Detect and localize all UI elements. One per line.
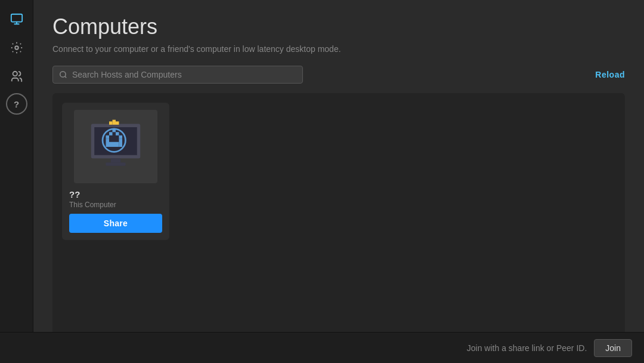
sidebar: ? [0,0,33,363]
computers-icon [10,13,23,26]
users-icon [10,70,23,83]
svg-point-4 [60,72,66,77]
svg-point-1 [15,46,18,50]
sidebar-item-computers[interactable] [5,7,29,31]
share-button[interactable]: Share [69,214,162,233]
page-subtitle: Connect to your computer or a friend's c… [52,44,625,54]
gear-icon [10,41,23,54]
help-icon: ? [14,99,19,109]
computers-grid: ?? This Computer Share [52,93,625,349]
svg-rect-15 [109,141,119,146]
svg-rect-12 [119,135,123,139]
svg-rect-8 [106,135,110,139]
page-title: Computers [52,14,625,39]
svg-rect-0 [11,14,21,22]
svg-line-5 [65,76,67,78]
join-button[interactable]: Join [594,339,632,357]
svg-rect-13 [106,139,110,147]
computer-thumbnail [74,110,157,183]
computer-name: ?? [69,189,162,199]
search-input[interactable] [72,70,296,79]
computer-card[interactable]: ?? This Computer Share [62,103,169,240]
svg-rect-20 [111,158,121,162]
svg-rect-9 [109,132,113,136]
bottom-bar: Join with a share link or Peer ID. Join [0,332,644,363]
computer-label: This Computer [69,201,162,209]
search-container [52,66,303,84]
sidebar-item-users[interactable] [5,64,29,88]
svg-point-2 [13,72,17,76]
svg-rect-21 [106,162,126,166]
join-text: Join with a share link or Peer ID. [467,343,587,353]
svg-rect-14 [119,139,123,147]
svg-rect-18 [113,119,116,124]
main-content: Computers Connect to your computer or a … [33,0,644,363]
svg-rect-17 [109,121,113,125]
computer-info: ?? This Computer [69,189,162,209]
search-icon [59,70,67,79]
reload-button[interactable]: Reload [595,70,625,79]
pixel-monitor-icon [83,114,148,180]
svg-rect-11 [116,132,119,136]
search-row: Reload [52,66,625,84]
svg-rect-19 [116,121,119,125]
sidebar-item-settings[interactable] [5,36,29,60]
sidebar-item-help[interactable]: ? [6,93,27,115]
